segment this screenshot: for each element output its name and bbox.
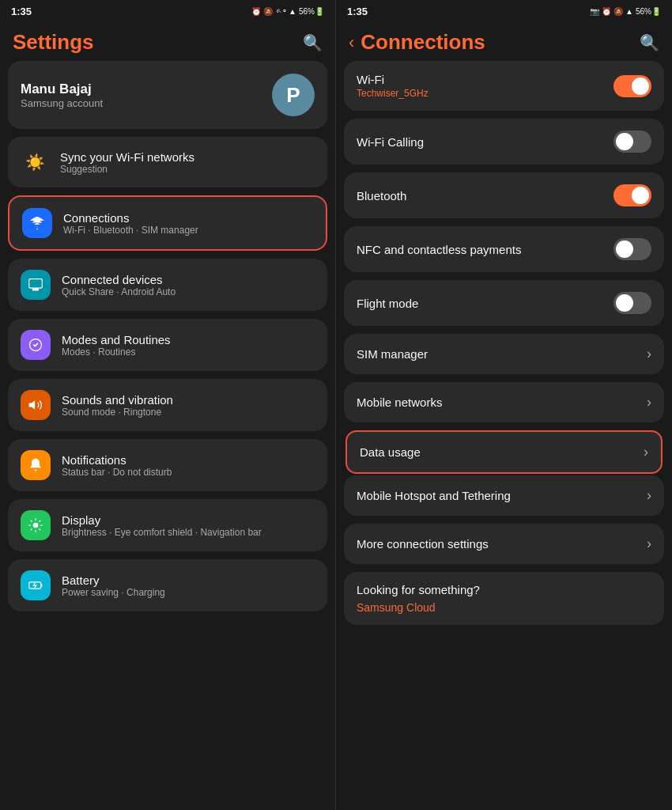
- connections-text: Connections Wi-Fi · Bluetooth · SIM mana…: [63, 211, 198, 236]
- mobile-networks-group[interactable]: Mobile networks ›: [344, 382, 664, 422]
- svg-marker-4: [29, 400, 36, 410]
- battery-sub: Power saving · Charging: [62, 587, 165, 598]
- svg-rect-2: [32, 288, 39, 290]
- sim-group[interactable]: SIM manager ›: [344, 334, 664, 374]
- right-panel: 1:35 📷 ⏰ 🔕 ▲ 56%🔋 ‹ Connections 🔍 Wi-Fi …: [336, 0, 672, 810]
- svg-point-5: [33, 523, 39, 528]
- notifications-icon: [21, 450, 51, 480]
- bluetooth-title: Bluetooth: [357, 189, 406, 202]
- bluetooth-toggle[interactable]: [613, 184, 651, 206]
- display-icon: [21, 510, 51, 540]
- mobile-networks-chevron: ›: [647, 394, 651, 411]
- battery-left: 56%🔋: [299, 7, 324, 16]
- settings-scroll: Manu Bajaj Samsung account P ☀️ Sync you…: [0, 61, 335, 810]
- wifi-status-icon: ▲: [289, 7, 296, 16]
- battery-group[interactable]: Battery Power saving · Charging: [8, 559, 327, 611]
- profile-card[interactable]: Manu Bajaj Samsung account P: [8, 61, 327, 129]
- connections-header: ‹ Connections 🔍: [336, 22, 672, 61]
- flight-mode-group[interactable]: Flight mode: [344, 280, 664, 326]
- connections-page-title: Connections: [361, 30, 485, 55]
- connections-search-icon[interactable]: 🔍: [640, 33, 659, 52]
- settings-header: Settings 🔍: [0, 22, 335, 61]
- conn-item-wifi[interactable]: Wi-Fi Techwiser_5GHz: [344, 61, 664, 111]
- connections-item-group[interactable]: Connections Wi-Fi · Bluetooth · SIM mana…: [8, 195, 327, 251]
- connected-devices-group[interactable]: Connected devices Quick Share · Android …: [8, 259, 327, 311]
- more-settings-title: More connection settings: [357, 537, 489, 551]
- wifi-calling-toggle[interactable]: [613, 131, 651, 153]
- wifi-group[interactable]: Wi-Fi Techwiser_5GHz: [344, 61, 664, 111]
- wifi-text: Wi-Fi Techwiser_5GHz: [357, 73, 428, 99]
- display-sub: Brightness · Eye comfort shield · Naviga…: [62, 527, 262, 538]
- alarm-icon-right: ⏰: [602, 7, 611, 16]
- modes-icon: [21, 330, 51, 360]
- hotspot-title: Mobile Hotspot and Tethering: [357, 489, 511, 502]
- battery-right: 56%🔋: [636, 7, 661, 16]
- sounds-icon: [21, 390, 51, 420]
- settings-search-icon[interactable]: 🔍: [303, 33, 323, 52]
- mute-icon: 🔕: [263, 7, 273, 16]
- signal-icon-right: ▲: [625, 7, 633, 16]
- conn-item-mobile-networks[interactable]: Mobile networks ›: [344, 382, 664, 422]
- header-left: ‹ Connections: [349, 30, 485, 55]
- suggestion-text: Sync your Wi-Fi networks Suggestion: [60, 150, 194, 175]
- more-settings-group[interactable]: More connection settings ›: [344, 524, 664, 564]
- wifi-toggle[interactable]: [613, 75, 651, 97]
- suggestion-title: Sync your Wi-Fi networks: [60, 150, 194, 164]
- conn-item-sim[interactable]: SIM manager ›: [344, 334, 664, 374]
- hotspot-group[interactable]: Mobile Hotspot and Tethering ›: [344, 475, 664, 516]
- settings-item-connected-devices[interactable]: Connected devices Quick Share · Android …: [8, 259, 327, 311]
- sounds-group[interactable]: Sounds and vibration Sound mode · Ringto…: [8, 379, 327, 431]
- conn-item-flight[interactable]: Flight mode: [344, 280, 664, 326]
- alarm-icon: ⏰: [251, 7, 261, 16]
- conn-item-data-usage[interactable]: Data usage ›: [347, 432, 661, 472]
- modes-text: Modes and Routines Modes · Routines: [62, 333, 171, 358]
- bluetooth-group[interactable]: Bluetooth: [344, 172, 664, 218]
- settings-item-battery[interactable]: Battery Power saving · Charging: [8, 559, 327, 611]
- looking-card: Looking for something? Samsung Cloud: [344, 572, 664, 625]
- suggestion-card[interactable]: ☀️ Sync your Wi-Fi networks Suggestion: [8, 137, 327, 187]
- profile-info: Manu Bajaj Samsung account: [21, 81, 103, 109]
- nfc-group[interactable]: NFC and contactless payments: [344, 226, 664, 272]
- samsung-cloud-link[interactable]: Samsung Cloud: [357, 601, 651, 614]
- notifications-title: Notifications: [62, 453, 172, 467]
- display-title: Display: [62, 513, 262, 527]
- wifi-calling-title: Wi-Fi Calling: [357, 135, 424, 149]
- settings-item-display[interactable]: Display Brightness · Eye comfort shield …: [8, 499, 327, 551]
- nfc-toggle[interactable]: [613, 238, 651, 260]
- camera-icon: 📷: [590, 7, 599, 16]
- time-left: 1:35: [11, 6, 32, 17]
- settings-item-connections[interactable]: Connections Wi-Fi · Bluetooth · SIM mana…: [9, 197, 326, 249]
- battery-icon: [21, 570, 51, 600]
- back-button[interactable]: ‹: [349, 32, 354, 53]
- profile-name: Manu Bajaj: [21, 81, 103, 97]
- signal-icon: ᭖ᵒ: [275, 7, 286, 16]
- wifi-calling-group[interactable]: Wi-Fi Calling: [344, 119, 664, 165]
- modes-routines-group[interactable]: Modes and Routines Modes · Routines: [8, 319, 327, 371]
- looking-title: Looking for something?: [357, 583, 651, 596]
- connections-scroll: Wi-Fi Techwiser_5GHz Wi-Fi Calling Bluet…: [336, 61, 672, 810]
- flight-toggle[interactable]: [613, 292, 651, 314]
- settings-item-notifications[interactable]: Notifications Status bar · Do not distur…: [8, 439, 327, 491]
- status-icons-right: 📷 ⏰ 🔕 ▲ 56%🔋: [590, 7, 661, 16]
- mute-icon-right: 🔕: [613, 7, 623, 16]
- connections-title: Connections: [63, 211, 198, 225]
- display-group[interactable]: Display Brightness · Eye comfort shield …: [8, 499, 327, 551]
- conn-item-more[interactable]: More connection settings ›: [344, 524, 664, 564]
- wifi-title: Wi-Fi: [357, 73, 428, 86]
- data-usage-group[interactable]: Data usage ›: [345, 430, 663, 474]
- notifications-group[interactable]: Notifications Status bar · Do not distur…: [8, 439, 327, 491]
- conn-item-bluetooth[interactable]: Bluetooth: [344, 172, 664, 218]
- status-bar-left: 1:35 ⏰ 🔕 ᭖ᵒ ▲ 56%🔋: [0, 0, 335, 22]
- sim-title: SIM manager: [357, 347, 428, 361]
- settings-item-modes[interactable]: Modes and Routines Modes · Routines: [8, 319, 327, 371]
- status-bar-right: 1:35 📷 ⏰ 🔕 ▲ 56%🔋: [336, 0, 672, 22]
- connected-devices-title: Connected devices: [62, 273, 176, 286]
- conn-item-hotspot[interactable]: Mobile Hotspot and Tethering ›: [344, 475, 664, 516]
- conn-item-wifi-calling[interactable]: Wi-Fi Calling: [344, 119, 664, 165]
- connections-icon: [22, 208, 52, 238]
- battery-text: Battery Power saving · Charging: [62, 573, 165, 598]
- modes-sub: Modes · Routines: [62, 346, 171, 358]
- conn-item-nfc[interactable]: NFC and contactless payments: [344, 226, 664, 272]
- sounds-text: Sounds and vibration Sound mode · Ringto…: [62, 393, 173, 418]
- settings-item-sounds[interactable]: Sounds and vibration Sound mode · Ringto…: [8, 379, 327, 431]
